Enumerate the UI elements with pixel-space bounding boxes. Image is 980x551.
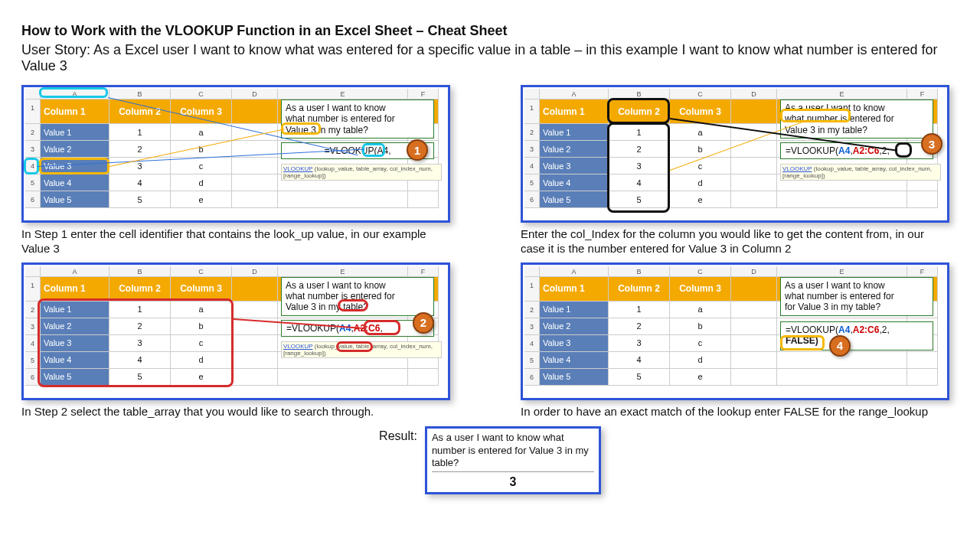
col-E: E [278,89,408,99]
step-badge-1: 1 [407,139,428,161]
page-title: How to Work with the VLOOKUP Function in… [21,23,959,39]
formula-box: =VLOOKUP(A4,A2:C6,2, FALSE) [780,321,933,350]
step3-panel: ABCDEF 1Column 1Column 2Column 3 2Value … [521,85,949,223]
step4-caption: In order to have an exact match of the l… [521,405,949,419]
col-C: C [171,89,232,99]
step1-panel: A B C D E F 1 Column 1 Column 2 Column 3 [21,85,450,223]
step4-panel: ABCDEF 1Column 1Column 2Column 3 2Value … [521,262,949,400]
step2-block: ABCDEF 1Column 1Column 2Column 3 2Value … [21,262,450,419]
step4-block: ABCDEF 1Column 1Column 2Column 3 2Value … [521,262,949,419]
result-label: Result: [379,429,417,443]
user-question-box: As a user I want to know what number is … [780,277,933,316]
th-col3: Column 3 [171,99,232,124]
step3-caption: Enter the col_Index for the column you w… [521,227,949,256]
user-story: User Story: As a Excel user I want to kn… [21,42,959,74]
user-question-box: As a user I want to know what number is … [281,99,434,139]
formula-box: =VLOOKUP(A4,A2:C6, [281,320,434,337]
step-badge-4: 4 [829,335,851,357]
cheatsheet-grid: A B C D E F 1 Column 1 Column 2 Column 3 [21,85,959,419]
user-question-box: As a user I want to know what number is … [780,99,933,139]
th-col2: Column 2 [109,99,171,124]
result-question: As a user I want to know what number is … [432,432,594,472]
col-D: D [232,89,278,99]
formula-box: =VLOOKUP(A4,A2:C6,2, [780,142,933,159]
step2-caption: In Step 2 select the table_array that yo… [21,405,450,419]
step1-block: A B C D E F 1 Column 1 Column 2 Column 3 [21,85,450,256]
step-badge-2: 2 [413,312,434,334]
col-A: A [41,89,109,99]
result-section: Result: As a user I want to know what nu… [21,426,959,494]
step3-block: ABCDEF 1Column 1Column 2Column 3 2Value … [521,85,949,256]
result-value: 3 [432,474,594,489]
user-question-box: As a user I want to know what number is … [281,277,434,316]
formula-tooltip: VLOOKUP (lookup_value, table_array, col_… [780,164,941,181]
step-badge-3: 3 [921,133,942,155]
formula-tooltip: VLOOKUP (lookup_value, table_array, col_… [281,164,442,181]
col-F: F [408,89,439,99]
step1-caption: In Step 1 enter the cell identifier that… [21,227,450,256]
step2-panel: ABCDEF 1Column 1Column 2Column 3 2Value … [21,262,450,400]
col-B: B [109,89,171,99]
result-panel: As a user I want to know what number is … [425,426,601,494]
formula-tooltip: VLOOKUP (lookup_value, table_array, col_… [281,341,442,358]
th-col1: Column 1 [41,99,109,124]
